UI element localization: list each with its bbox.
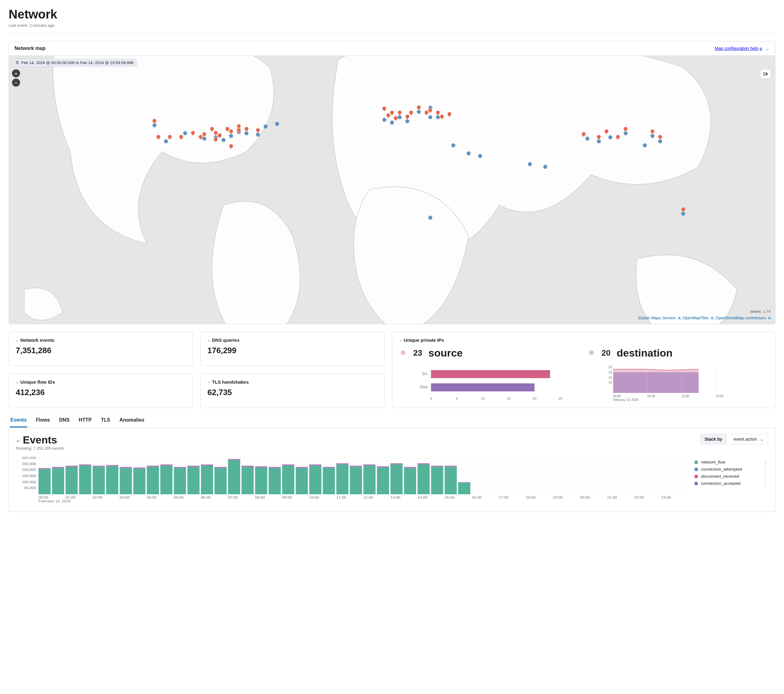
svg-text:12:00: 12:00 [682, 394, 689, 398]
svg-text:300,000: 300,000 [22, 457, 36, 460]
svg-rect-60 [106, 467, 119, 494]
map-destination-pin[interactable] [275, 121, 279, 126]
stack-by-value: event.action [734, 437, 757, 442]
events-histogram-chart[interactable]: 50,000100,000150,000200,000250,000300,00… [16, 457, 691, 503]
divider [8, 33, 776, 34]
svg-rect-111 [269, 467, 281, 467]
stack-by-label: Stack by [700, 434, 726, 444]
svg-text:25: 25 [608, 366, 612, 369]
svg-rect-47 [52, 467, 64, 467]
tab-http[interactable]: HTTP [78, 414, 92, 427]
svg-rect-96 [228, 460, 240, 494]
caret-down-icon[interactable]: ⌄ [399, 338, 402, 342]
map-destination-pin[interactable] [608, 135, 613, 139]
svg-rect-86 [188, 466, 200, 467]
caret-down-icon[interactable]: ⌄ [208, 338, 210, 342]
map-destination-pin[interactable] [528, 162, 532, 166]
map-destination-pin[interactable] [642, 143, 647, 147]
svg-rect-83 [174, 467, 186, 467]
svg-rect-97 [228, 460, 240, 460]
svg-rect-157 [431, 467, 443, 467]
legend-item-menu[interactable]: ⋮ [763, 482, 768, 485]
map-date-range-pill[interactable]: 🗓 Feb 14, 2024 @ 00:00:00.000 to Feb 14,… [12, 59, 137, 67]
network-events-value: 7,351,286 [16, 346, 186, 355]
map-config-help-link[interactable]: Map configuration help⧉ [715, 46, 762, 51]
unique-ips-bar-chart[interactable]: Src.Dest.0510152025 [399, 365, 580, 402]
svg-rect-126 [323, 467, 335, 468]
tab-dns[interactable]: DNS [59, 414, 70, 427]
map-destination-pin[interactable] [543, 164, 547, 168]
svg-rect-99 [228, 459, 240, 460]
svg-rect-147 [390, 463, 403, 463]
map-zoom-out-button[interactable]: − [12, 79, 20, 87]
svg-rect-128 [336, 465, 349, 494]
svg-rect-65 [120, 468, 132, 468]
svg-rect-163 [445, 466, 457, 466]
map-destination-pin[interactable] [451, 143, 456, 147]
network-map[interactable]: 🗓 Feb 14, 2024 @ 00:00:00.000 to Feb 14,… [9, 56, 775, 324]
svg-text:15: 15 [608, 376, 612, 379]
unique-ips-area-chart[interactable]: 1015202500:0006:0012:0018:00February 14,… [587, 365, 768, 402]
svg-rect-109 [269, 468, 281, 468]
map-destination-pin[interactable] [478, 154, 482, 158]
map-destination-pin[interactable] [428, 215, 432, 220]
svg-rect-165 [458, 483, 471, 483]
svg-rect-118 [296, 467, 308, 468]
map-destination-pin[interactable] [264, 124, 268, 129]
svg-rect-57 [93, 467, 105, 467]
svg-rect-158 [431, 466, 443, 467]
svg-rect-132 [350, 467, 362, 495]
svg-text:11:00: 11:00 [336, 496, 346, 499]
legend-item-menu[interactable]: ⋮ [763, 475, 768, 478]
legend-item-disconnect_received[interactable]: disconnect_received⋮ [694, 473, 768, 480]
map-destination-pin[interactable] [585, 136, 590, 140]
legend-item-menu[interactable]: ⋮ [763, 468, 768, 471]
tab-events[interactable]: Events [10, 414, 27, 427]
external-link-icon: ⧉ [760, 47, 762, 51]
legend-item-network_flow[interactable]: network_flow⋮ [694, 458, 768, 466]
map-destination-pin[interactable] [221, 137, 226, 142]
map-destination-pin[interactable] [183, 131, 188, 135]
svg-rect-70 [133, 468, 145, 468]
map-destination-pin[interactable] [390, 120, 394, 125]
unique-ips-destination-label: destination [617, 347, 672, 359]
svg-rect-103 [242, 466, 254, 466]
stack-by-select[interactable]: event.action ⌄ [730, 434, 769, 444]
legend-item-menu[interactable]: ⋮ [763, 460, 768, 464]
map-attribution-link-1[interactable]: OpenMapTiles ⧉ [683, 316, 713, 320]
caret-down-icon[interactable]: ⌄ [16, 437, 20, 443]
map-destination-pin[interactable] [466, 151, 471, 155]
tab-flows[interactable]: Flows [35, 414, 50, 427]
svg-text:Src.: Src. [422, 372, 428, 376]
legend-item-connection_attempted[interactable]: connection_attempted⋮ [694, 466, 768, 473]
caret-down-icon[interactable]: ⌄ [16, 380, 18, 384]
caret-down-icon[interactable]: ⌄ [16, 338, 18, 342]
tab-anomalies[interactable]: Anomalies [119, 414, 145, 427]
svg-rect-98 [228, 460, 240, 460]
network-events-label: Network events [20, 338, 54, 343]
svg-text:00:00: 00:00 [38, 496, 48, 499]
map-layers-button[interactable] [760, 69, 771, 79]
map-attribution-link-2[interactable]: OpenStreetMap contributors ⧉ [716, 316, 771, 320]
section-tabs: EventsFlowsDNSHTTPTLSAnomalies [8, 414, 776, 428]
svg-text:00:00: 00:00 [613, 394, 621, 398]
svg-rect-155 [418, 463, 430, 463]
map-zoom-in-button[interactable]: + [12, 69, 20, 77]
tab-tls[interactable]: TLS [100, 414, 110, 427]
map-destination-pin[interactable] [382, 117, 387, 122]
map-destination-pin[interactable] [428, 115, 432, 119]
legend-item-connection_accepted[interactable]: connection_accepted⋮ [694, 480, 768, 487]
map-panel-collapse-toggle[interactable]: ⌄ [766, 46, 769, 51]
legend-label: disconnect_received [701, 474, 739, 479]
map-destination-pin[interactable] [164, 139, 168, 143]
caret-down-icon[interactable]: ⌄ [208, 380, 210, 384]
svg-rect-124 [323, 468, 335, 494]
svg-rect-162 [445, 466, 457, 467]
map-attribution-link-0[interactable]: Elastic Maps Service ⧉ [639, 316, 680, 320]
tls-handshakes-label: TLS handshakes [212, 379, 249, 385]
source-pin-icon [399, 349, 407, 357]
svg-text:19:00: 19:00 [553, 496, 563, 499]
map-zoom-controls: + − [12, 69, 20, 88]
dns-queries-label: DNS queries [212, 338, 239, 343]
svg-text:Dest.: Dest. [420, 385, 429, 389]
